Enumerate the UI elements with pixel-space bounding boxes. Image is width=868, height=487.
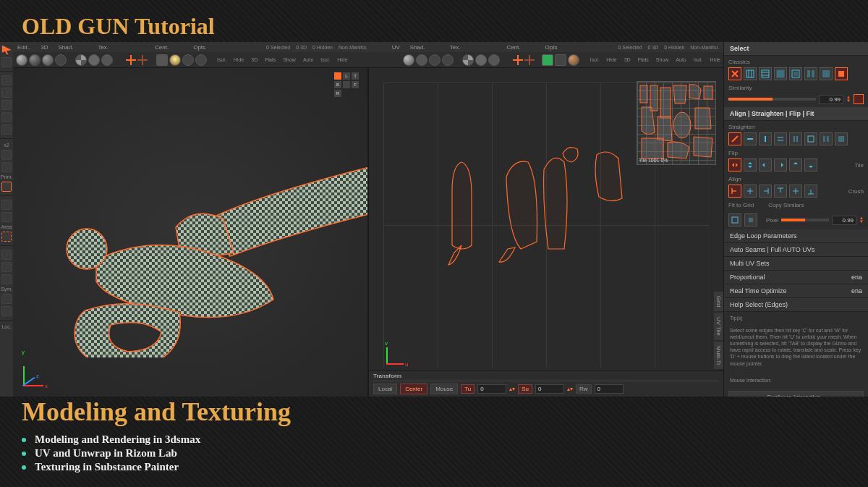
fit-icon-2[interactable] xyxy=(744,213,757,226)
pixel-slider[interactable] xyxy=(781,219,829,221)
tab-grid[interactable]: Grid xyxy=(714,292,723,311)
shading-sphere-3[interactable] xyxy=(42,54,54,66)
tool-2[interactable] xyxy=(1,57,12,67)
sub-auto-l[interactable]: Auto xyxy=(303,57,313,62)
tool-13[interactable] xyxy=(1,274,12,284)
sub-hide-r[interactable]: Hide xyxy=(606,57,616,62)
straighten-2[interactable] xyxy=(744,132,757,145)
section-multi-uv[interactable]: Multi UV Sets xyxy=(724,257,868,271)
tool-11[interactable] xyxy=(1,250,12,260)
align-4[interactable] xyxy=(774,185,787,198)
tex-sphere-3[interactable] xyxy=(101,54,113,66)
select-grid-2[interactable] xyxy=(759,67,772,80)
bulb-icon[interactable] xyxy=(169,54,181,66)
flip-6[interactable] xyxy=(804,158,817,171)
similarity-action[interactable] xyxy=(854,94,864,104)
3d-viewport[interactable]: L T B F R xyxy=(13,68,367,397)
move-gizmo-icon-r[interactable] xyxy=(513,55,523,65)
section-auto-seams[interactable]: Auto Seams | Full AUTO UVs xyxy=(724,243,868,257)
similarity-slider[interactable] xyxy=(728,98,816,101)
flip-5[interactable] xyxy=(789,158,802,171)
flip-2[interactable] xyxy=(744,158,757,171)
menu-shad[interactable]: Shad. xyxy=(58,44,73,51)
shading-sphere-r1[interactable] xyxy=(403,54,414,66)
straighten-3[interactable] xyxy=(759,132,772,145)
menu-opts-r[interactable]: Opts xyxy=(545,44,558,51)
sphere-icon-1[interactable] xyxy=(182,54,194,66)
sub-show-r[interactable]: Show xyxy=(656,57,669,62)
sub-flats-r[interactable]: Flats xyxy=(638,57,649,62)
menu-opts[interactable]: Opts xyxy=(193,44,205,51)
uv-viewport[interactable]: Tile 1001 0% v u Grid UV Tile Multi-Ti T… xyxy=(369,68,723,397)
sub-flats-l[interactable]: Flats xyxy=(265,57,276,62)
sub-isol2-l[interactable]: Isol. xyxy=(320,57,330,62)
tool-4[interactable] xyxy=(1,88,12,98)
tex-sphere-r3[interactable] xyxy=(488,54,500,66)
select-orange-icon[interactable] xyxy=(835,67,848,80)
sub-hide2-l[interactable]: Hide xyxy=(337,57,347,62)
tool-3[interactable] xyxy=(1,75,12,85)
pixel-spinner[interactable]: ▲▼ xyxy=(859,216,864,224)
tool-sym[interactable] xyxy=(1,294,12,304)
select-x-icon[interactable] xyxy=(728,67,741,80)
align-2[interactable] xyxy=(744,185,757,198)
align-1[interactable] xyxy=(728,185,741,198)
straighten-8[interactable] xyxy=(835,132,848,145)
tex-sphere-1[interactable] xyxy=(75,54,87,66)
menu-3d[interactable]: 3D xyxy=(41,44,48,51)
shading-sphere-1[interactable] xyxy=(16,54,27,66)
tool-5[interactable] xyxy=(1,100,12,110)
menu-uv[interactable]: UV xyxy=(392,44,400,51)
sphere-icon-r[interactable] xyxy=(568,54,579,66)
fit-icon-1[interactable] xyxy=(728,213,741,226)
align-header[interactable]: Align | Straighten | Flip | Fit xyxy=(724,107,868,121)
align-5[interactable] xyxy=(789,185,802,198)
select-grid-6[interactable] xyxy=(820,67,833,80)
select-grid-3[interactable] xyxy=(774,67,787,80)
menu-cent[interactable]: Cent. xyxy=(155,44,169,51)
tool-10[interactable] xyxy=(1,212,12,222)
section-help[interactable]: Help Select (Edges) xyxy=(724,298,868,312)
sub-3d-l[interactable]: 3D xyxy=(251,57,258,62)
tool-6[interactable] xyxy=(1,112,12,122)
uv-preview[interactable]: Tile 1001 0% xyxy=(637,81,716,165)
section-proportional[interactable]: Proportionalena xyxy=(724,271,868,284)
straighten-6[interactable] xyxy=(804,132,817,145)
sub-hide-l[interactable]: Hide xyxy=(234,57,244,62)
similarity-spinner[interactable]: ▲▼ xyxy=(846,96,851,103)
align-3[interactable] xyxy=(759,185,772,198)
menu-shad-r[interactable]: Shad. xyxy=(410,44,425,51)
wireframe-sphere[interactable] xyxy=(55,54,67,66)
section-realtime[interactable]: Real Time Optimizeena xyxy=(724,284,868,298)
sphere-icon-2[interactable] xyxy=(195,54,207,66)
move-gizmo-icon[interactable] xyxy=(126,55,136,65)
flip-3[interactable] xyxy=(759,158,772,171)
sub-isol-l[interactable]: Isol. xyxy=(217,57,226,62)
tool-9[interactable] xyxy=(1,200,12,210)
straighten-7[interactable] xyxy=(820,132,833,145)
sub-hide2-r[interactable]: Hide xyxy=(710,57,720,62)
shading-sphere-r3[interactable] xyxy=(429,54,441,66)
menu-tex[interactable]: Tex. xyxy=(98,44,109,51)
select-header[interactable]: Select xyxy=(724,42,868,56)
sub-3d-r[interactable]: 3D xyxy=(624,57,631,62)
view-navigator[interactable]: L T B F R xyxy=(334,72,360,90)
tool-area[interactable] xyxy=(1,232,12,242)
align-6[interactable] xyxy=(804,185,817,198)
tool-x2[interactable] xyxy=(1,150,12,160)
menu-tex-r[interactable]: Tex. xyxy=(450,44,461,51)
tex-sphere-2[interactable] xyxy=(88,54,100,66)
tab-multiti[interactable]: Multi-Ti xyxy=(714,342,723,369)
straighten-1[interactable] xyxy=(728,132,741,145)
sub-show-l[interactable]: Show xyxy=(283,57,296,62)
move-gizmo-icon-2[interactable] xyxy=(137,55,148,65)
similarity-value[interactable]: 0.99 xyxy=(819,95,843,104)
tex-sphere-r1[interactable] xyxy=(462,54,474,66)
tool-prim[interactable] xyxy=(1,182,12,192)
light-icon[interactable] xyxy=(156,54,168,66)
sub-isol2-r[interactable]: Isol. xyxy=(694,57,703,62)
move-gizmo-icon-r2[interactable] xyxy=(524,55,535,65)
straighten-4[interactable] xyxy=(774,132,787,145)
select-tool[interactable] xyxy=(1,45,12,55)
shading-sphere-r2[interactable] xyxy=(416,54,427,66)
